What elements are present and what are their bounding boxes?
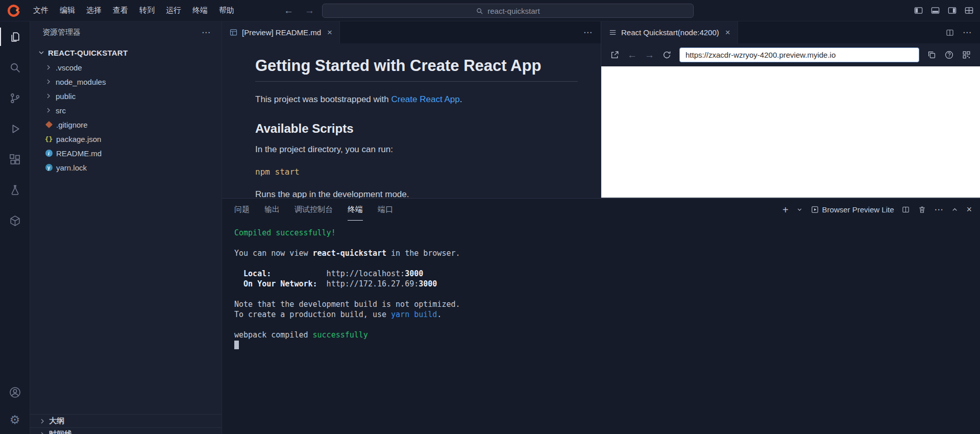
bottom-panel: 问题 输出 调试控制台 终端 端口 + Browser Pre xyxy=(222,198,980,434)
test-explorer-icon[interactable] xyxy=(0,175,30,205)
file-tree: REACT-QUICKSTART .vscode node_modules pu… xyxy=(30,43,222,175)
qr-code-icon[interactable] xyxy=(962,50,971,60)
panel-more-icon[interactable]: ⋯ xyxy=(934,204,943,215)
close-tab-icon[interactable]: × xyxy=(725,28,730,38)
tree-root-folder[interactable]: REACT-QUICKSTART xyxy=(30,45,222,60)
url-input[interactable] xyxy=(679,47,919,62)
chevron-right-icon xyxy=(38,417,46,425)
browser-page-content[interactable] xyxy=(601,66,980,198)
markdown-preview-pane: Getting Started with Create React App Th… xyxy=(222,43,601,198)
timeline-section[interactable]: 时间线 xyxy=(30,427,222,434)
chevron-right-icon xyxy=(44,92,53,100)
help-icon[interactable] xyxy=(944,50,954,60)
create-react-app-link[interactable]: Create React App xyxy=(391,94,459,104)
sidebar-title: 资源管理器 xyxy=(42,28,81,37)
tree-file-gitignore[interactable]: .gitignore xyxy=(30,117,222,132)
duplicate-icon[interactable] xyxy=(927,50,937,60)
tree-folder-src[interactable]: src xyxy=(30,103,222,117)
tab-debug-console[interactable]: 调试控制台 xyxy=(295,199,333,221)
app-logo-icon[interactable] xyxy=(7,4,20,17)
browser-preview-group: React Quickstart(node:4200) × ⋯ xyxy=(601,21,980,198)
terminal-profile-dropdown-icon[interactable] xyxy=(796,206,803,213)
sidebar-more-icon[interactable]: ⋯ xyxy=(202,27,210,38)
remote-explorer-icon[interactable] xyxy=(0,205,30,236)
menu-edit[interactable]: 编辑 xyxy=(54,0,81,21)
refresh-icon[interactable] xyxy=(662,50,672,60)
command-center-search[interactable]: react-quickstart xyxy=(322,4,694,18)
tree-file-yarn-lock[interactable]: y yarn.lock xyxy=(30,160,222,175)
menu-run[interactable]: 运行 xyxy=(160,0,187,21)
new-terminal-icon[interactable]: + xyxy=(782,205,789,215)
menu-go[interactable]: 转到 xyxy=(134,0,160,21)
tree-file-readme[interactable]: i README.md xyxy=(30,146,222,160)
tree-folder-node-modules[interactable]: node_modules xyxy=(30,75,222,89)
browser-back-icon[interactable]: ← xyxy=(627,50,637,61)
trash-icon[interactable] xyxy=(918,205,926,214)
menu-help[interactable]: 帮助 xyxy=(213,0,240,21)
editor-actions-more-icon[interactable]: ⋯ xyxy=(583,27,593,38)
chevron-right-icon xyxy=(38,430,46,434)
history-forward-icon[interactable]: → xyxy=(305,5,314,16)
explorer-sidebar: 资源管理器 ⋯ REACT-QUICKSTART .vscode node_mo… xyxy=(30,21,222,434)
search-icon xyxy=(476,7,483,15)
history-back-icon[interactable]: ← xyxy=(284,5,293,16)
menu-file[interactable]: 文件 xyxy=(28,0,54,21)
layout-controls xyxy=(914,0,974,21)
tab-react-quickstart-preview[interactable]: React Quickstart(node:4200) × xyxy=(601,21,738,43)
split-editor-icon[interactable] xyxy=(945,28,954,37)
toggle-panel-icon[interactable] xyxy=(930,6,940,15)
toggle-sidebar-icon[interactable] xyxy=(914,6,923,15)
browser-preview-lite-button[interactable]: Browser Preview Lite xyxy=(811,205,894,214)
tree-folder-vscode[interactable]: .vscode xyxy=(30,60,222,75)
search-sidebar-icon[interactable] xyxy=(0,52,30,83)
json-file-icon: {} xyxy=(44,135,53,143)
customize-layout-icon[interactable] xyxy=(964,6,974,15)
menu-selection[interactable]: 选择 xyxy=(81,0,107,21)
ide-window: 文件 编辑 选择 查看 转到 运行 终端 帮助 ← → react-quicks… xyxy=(0,0,980,434)
tab-output[interactable]: 输出 xyxy=(264,199,280,221)
info-file-icon: i xyxy=(44,150,53,157)
title-bar: 文件 编辑 选择 查看 转到 运行 终端 帮助 ← → react-quicks… xyxy=(0,0,980,21)
md-paragraph-1: This project was bootstrapped with Creat… xyxy=(255,93,578,106)
toggle-secondary-sidebar-icon[interactable] xyxy=(947,6,957,15)
git-file-icon xyxy=(44,122,53,127)
close-tab-icon[interactable]: × xyxy=(327,28,332,38)
tab-problems[interactable]: 问题 xyxy=(234,199,250,221)
extensions-icon[interactable] xyxy=(0,144,30,175)
editor-actions-more-icon[interactable]: ⋯ xyxy=(963,27,972,38)
md-paragraph-3: Runs the app in the development mode. xyxy=(255,188,578,198)
settings-gear-icon[interactable]: ⚙ xyxy=(0,405,30,434)
outline-section[interactable]: 大纲 xyxy=(30,414,222,427)
maximize-panel-icon[interactable] xyxy=(951,206,959,213)
terminal-output[interactable]: Compiled successfully! You can now view … xyxy=(222,221,980,434)
run-debug-icon[interactable] xyxy=(0,113,30,144)
list-icon xyxy=(608,28,617,37)
browser-forward-icon[interactable]: → xyxy=(645,50,654,61)
open-external-icon[interactable] xyxy=(610,50,620,60)
tab-terminal[interactable]: 终端 xyxy=(348,199,363,221)
chevron-right-icon xyxy=(44,106,53,114)
activity-bar: ⚙ xyxy=(0,21,30,434)
source-control-icon[interactable] xyxy=(0,83,30,113)
explorer-icon[interactable] xyxy=(0,21,30,52)
tab-readme-preview[interactable]: [Preview] README.md × xyxy=(222,21,340,43)
browser-toolbar: ← → xyxy=(601,43,980,66)
editor-group: [Preview] README.md × ⋯ Getting Started … xyxy=(222,21,601,198)
account-icon[interactable] xyxy=(0,379,30,405)
history-nav: ← → xyxy=(284,0,314,21)
tab-ports[interactable]: 端口 xyxy=(378,199,393,221)
close-panel-icon[interactable]: × xyxy=(966,204,972,215)
panel-tabs: 问题 输出 调试控制台 终端 端口 xyxy=(234,199,393,221)
command-center-label: react-quickstart xyxy=(487,7,540,15)
md-code-block: npm start xyxy=(255,167,578,177)
yarn-file-icon: y xyxy=(44,164,53,171)
play-box-icon xyxy=(811,205,819,214)
menu-terminal[interactable]: 终端 xyxy=(187,0,213,21)
menu-view[interactable]: 查看 xyxy=(107,0,134,21)
split-panel-icon[interactable] xyxy=(901,205,910,214)
tree-folder-public[interactable]: public xyxy=(30,89,222,103)
panel-actions: + Browser Preview Lite xyxy=(782,199,980,221)
markdown-preview-icon xyxy=(229,28,238,37)
chevron-right-icon xyxy=(44,78,53,86)
tree-file-package-json[interactable]: {} package.json xyxy=(30,132,222,146)
